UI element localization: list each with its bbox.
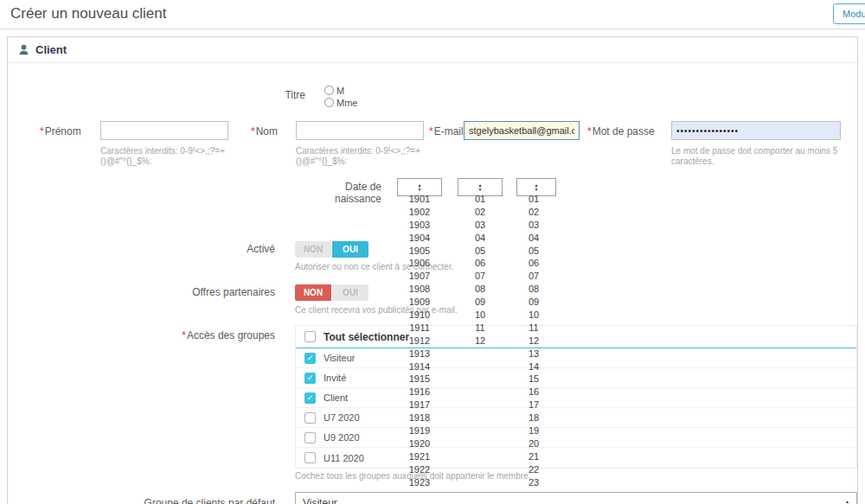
date-option[interactable]: 05 — [516, 245, 551, 258]
spinner-icon: ▲▼ — [478, 183, 483, 191]
day-list: 0102030405060708091011121314151617181920… — [516, 193, 551, 488]
date-option[interactable]: 16 — [516, 386, 551, 399]
date-option[interactable]: 1917 — [397, 399, 442, 411]
spinner-icon: ▲▼ — [418, 183, 422, 191]
date-option[interactable]: 01 — [516, 193, 551, 206]
group-checkbox[interactable] — [304, 331, 316, 342]
date-option[interactable]: 23 — [516, 476, 551, 489]
group-checkbox[interactable] — [304, 432, 316, 443]
date-option[interactable]: 1923 — [397, 476, 442, 489]
date-option[interactable]: 1915 — [397, 373, 442, 386]
date-option[interactable]: 06 — [516, 257, 551, 270]
date-option[interactable]: 11 — [458, 322, 503, 335]
date-option[interactable]: 17 — [516, 399, 551, 411]
date-option[interactable]: 13 — [516, 348, 551, 360]
password-hint: Le mot de passe doit comporter au moins … — [671, 146, 849, 167]
date-option[interactable]: 1907 — [397, 270, 442, 283]
date-option[interactable]: 22 — [516, 463, 551, 476]
date-option[interactable]: 08 — [516, 283, 551, 296]
titre-option-label: M — [336, 86, 344, 96]
spinner-icon: ▲▼ — [845, 500, 849, 504]
firstname-input[interactable] — [100, 121, 228, 140]
date-option[interactable]: 1909 — [397, 296, 442, 309]
date-option[interactable]: 10 — [516, 309, 551, 322]
date-option[interactable]: 1901 — [397, 193, 442, 206]
partner-toggle-on[interactable]: OUI — [332, 284, 368, 301]
date-option[interactable]: 1910 — [397, 309, 442, 322]
date-option[interactable]: 05 — [458, 245, 503, 258]
default-group-select[interactable]: Visiteur ▲▼ — [295, 492, 857, 504]
group-row[interactable]: U9 2020 — [296, 428, 856, 448]
date-option[interactable]: 09 — [516, 296, 551, 309]
group-label: U11 2020 — [324, 453, 364, 463]
year-list: 1901190219031904190519061907190819091910… — [397, 193, 442, 488]
radio-icon — [324, 86, 334, 95]
group-row[interactable]: ✓Client — [296, 388, 856, 408]
partner-toggle: NON OUI — [295, 284, 368, 301]
date-option[interactable]: 10 — [458, 309, 503, 322]
group-checkbox[interactable]: ✓ — [304, 392, 316, 404]
date-option[interactable]: 07 — [516, 270, 551, 283]
group-select-all-row[interactable]: Tout sélectionner — [296, 326, 856, 348]
group-row[interactable]: U7 2020 — [296, 408, 856, 428]
group-checkbox[interactable] — [304, 452, 316, 463]
date-option[interactable]: 06 — [458, 257, 503, 270]
date-option[interactable]: 1913 — [397, 348, 442, 360]
active-label: Activé — [189, 243, 275, 255]
modules-button[interactable]: Modu — [833, 3, 865, 24]
date-option[interactable]: 09 — [458, 296, 503, 309]
email-input[interactable] — [464, 121, 580, 140]
date-option[interactable]: 12 — [516, 335, 551, 348]
date-option[interactable]: 14 — [516, 360, 551, 373]
group-row[interactable]: ✓Visiteur — [296, 348, 856, 368]
date-option[interactable]: 04 — [516, 232, 551, 245]
date-option[interactable]: 15 — [516, 373, 551, 386]
date-option[interactable]: 19 — [516, 424, 551, 437]
date-option[interactable]: 12 — [458, 335, 503, 348]
date-option[interactable]: 02 — [458, 206, 503, 219]
date-option[interactable]: 03 — [458, 219, 503, 232]
group-row[interactable]: U11 2020 — [296, 448, 856, 468]
date-option[interactable]: 1905 — [397, 245, 442, 258]
password-input[interactable] — [671, 121, 841, 140]
titre-radio-m[interactable]: M — [324, 85, 357, 96]
date-option[interactable]: 1911 — [397, 322, 442, 335]
group-checkbox[interactable]: ✓ — [304, 353, 316, 364]
date-option[interactable]: 02 — [516, 206, 551, 219]
spinner-icon: ▲▼ — [535, 183, 539, 191]
date-option[interactable]: 1916 — [397, 386, 442, 399]
active-toggle-on[interactable]: OUI — [332, 241, 368, 258]
month-list: 010203040506070809101112 — [458, 193, 503, 348]
active-toggle-off[interactable]: NON — [295, 241, 331, 258]
date-option[interactable]: 1919 — [397, 424, 442, 437]
date-option[interactable]: 1914 — [397, 360, 442, 373]
group-row[interactable]: ✓Invité — [296, 368, 856, 388]
date-option[interactable]: 18 — [516, 411, 551, 424]
date-option[interactable]: 1920 — [397, 437, 442, 450]
titre-radio-mme[interactable]: Mme — [324, 97, 357, 108]
date-option[interactable]: 1902 — [397, 206, 442, 219]
radio-icon — [324, 98, 334, 107]
date-option[interactable]: 1906 — [397, 257, 442, 270]
date-option[interactable]: 04 — [458, 232, 503, 245]
titre-label: Titre — [219, 89, 305, 101]
date-option[interactable]: 1921 — [397, 450, 442, 463]
date-option[interactable]: 1918 — [397, 411, 442, 424]
date-option[interactable]: 08 — [458, 283, 503, 296]
date-option[interactable]: 1912 — [397, 335, 442, 348]
partner-toggle-off[interactable]: NON — [295, 284, 331, 301]
group-checkbox[interactable] — [304, 412, 316, 424]
date-option[interactable]: 1904 — [397, 232, 442, 245]
date-option[interactable]: 01 — [458, 193, 503, 206]
date-option[interactable]: 1908 — [397, 283, 442, 296]
date-option[interactable]: 1903 — [397, 219, 442, 232]
lastname-label: *Nom — [251, 125, 278, 137]
date-option[interactable]: 1922 — [397, 463, 442, 476]
date-option[interactable]: 21 — [516, 450, 551, 463]
date-option[interactable]: 07 — [458, 270, 503, 283]
date-option[interactable]: 20 — [516, 437, 551, 450]
date-option[interactable]: 03 — [516, 219, 551, 232]
group-checkbox[interactable]: ✓ — [304, 373, 316, 384]
date-option[interactable]: 11 — [516, 322, 551, 335]
lastname-input[interactable] — [296, 121, 424, 140]
